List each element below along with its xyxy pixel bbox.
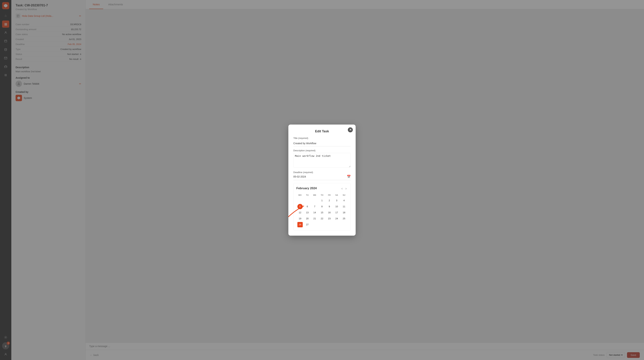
cal-day-26[interactable]: 26 (298, 222, 303, 227)
cal-day-6[interactable]: 6 (305, 204, 310, 209)
calendar-week-4: 19 20 21 22 23 24 25 (296, 216, 348, 222)
cal-day-empty (334, 222, 339, 227)
cal-day-19[interactable]: 19 (298, 216, 303, 221)
calendar-week-3: 12 13 14 15 16 17 18 (296, 210, 348, 216)
cal-day-8[interactable]: 8 (319, 204, 325, 209)
cal-day-16[interactable]: 16 (326, 210, 332, 215)
cal-day-4[interactable]: 4 (341, 198, 346, 203)
description-label: Description (required) (293, 149, 351, 152)
calendar-next-button[interactable]: › (344, 186, 348, 191)
cal-day-18[interactable]: 18 (341, 210, 346, 215)
calendar-grid: MO TU WE TH FR SA SU 1 2 3 4 (296, 193, 348, 228)
cal-day-empty (312, 222, 318, 227)
cal-day-empty (305, 198, 310, 203)
cal-day-13[interactable]: 13 (305, 210, 310, 215)
modal-close-button[interactable]: ✕ (348, 127, 353, 132)
cal-day-1[interactable]: 1 (319, 198, 325, 203)
cal-day-7[interactable]: 7 (312, 204, 318, 209)
cal-day-3[interactable]: 3 (334, 198, 339, 203)
cal-day-empty (298, 198, 303, 203)
edit-task-modal: Edit Task ✕ Title (required) Description… (288, 125, 356, 236)
cal-day-25[interactable]: 25 (341, 216, 346, 221)
cal-day-10[interactable]: 10 (334, 204, 339, 209)
description-textarea[interactable] (293, 153, 351, 167)
date-picker-calendar: February 2024 ‹ › MO TU WE TH FR SA SU (293, 183, 351, 231)
dow-fr: FR (326, 193, 333, 197)
cal-day-empty (341, 222, 346, 227)
dow-su: SU (340, 193, 348, 197)
calendar-month-year: February 2024 (296, 187, 317, 190)
deadline-input[interactable] (293, 175, 347, 178)
cal-day-24[interactable]: 24 (334, 216, 339, 221)
calendar-week-5: 26 27 (296, 222, 348, 228)
calendar-dow-row: MO TU WE TH FR SA SU (296, 193, 348, 197)
cal-day-11[interactable]: 11 (341, 204, 346, 209)
cal-day-empty (326, 222, 332, 227)
cal-day-27[interactable]: 27 (305, 222, 310, 227)
calendar-icon[interactable]: 📅 (347, 175, 351, 179)
calendar-prev-button[interactable]: ‹ (340, 186, 344, 191)
cal-day-2[interactable]: 2 (326, 198, 332, 203)
cal-day-14[interactable]: 14 (312, 210, 318, 215)
dow-mo: MO (296, 193, 304, 197)
dow-sa: SA (333, 193, 340, 197)
deadline-label: Deadline (required) (293, 171, 351, 174)
cal-day-17[interactable]: 17 (334, 210, 339, 215)
calendar-header: February 2024 ‹ › (296, 186, 348, 191)
cal-day-21[interactable]: 21 (312, 216, 318, 221)
cal-day-23[interactable]: 23 (326, 216, 332, 221)
modal-title: Edit Task (293, 130, 351, 133)
cal-day-20[interactable]: 20 (305, 216, 310, 221)
deadline-row: 📅 (293, 175, 351, 180)
calendar-nav: ‹ › (340, 186, 348, 191)
dow-tu: TU (304, 193, 311, 197)
dow-we: WE (311, 193, 318, 197)
title-input[interactable] (293, 141, 351, 146)
cal-day-9[interactable]: 9 (326, 204, 332, 209)
cal-day-15[interactable]: 15 (319, 210, 325, 215)
cal-day-22[interactable]: 22 (319, 216, 325, 221)
cal-day-12[interactable]: 12 (298, 210, 303, 215)
dow-th: TH (318, 193, 326, 197)
cal-day-empty (319, 222, 325, 227)
calendar-week-2: 5 6 7 8 9 10 11 (296, 204, 348, 210)
calendar-week-1: 1 2 3 4 (296, 198, 348, 204)
cal-day-empty (312, 198, 318, 203)
title-label: Title (required) (293, 137, 351, 139)
modal-container: Edit Task ✕ Title (required) Description… (0, 0, 644, 360)
cal-day-5[interactable]: 5 (298, 204, 303, 209)
